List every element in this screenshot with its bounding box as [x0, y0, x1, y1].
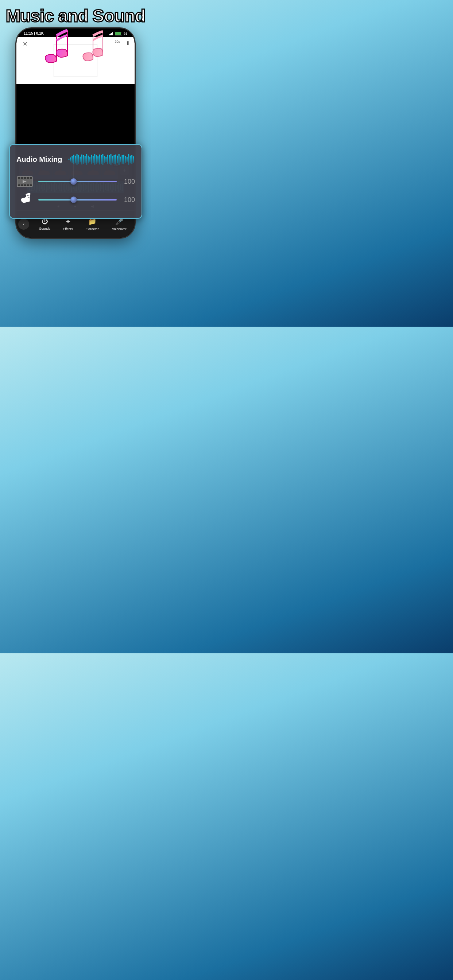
svg-rect-107: [128, 154, 129, 165]
svg-rect-93: [105, 157, 107, 162]
svg-rect-90: [100, 155, 102, 164]
effects-nav-item[interactable]: ✦ Effects: [63, 218, 73, 231]
video-volume-slider[interactable]: [38, 181, 117, 182]
music-icon: [16, 193, 33, 206]
video-volume-value: 100: [122, 178, 135, 186]
sounds-label: Sounds: [39, 227, 50, 231]
battery-level: 91: [124, 32, 127, 35]
audio-panel-header: Audio Mixing: [16, 151, 135, 168]
svg-rect-75: [76, 154, 77, 165]
sounds-icon: ⏻: [41, 218, 48, 225]
music-volume-slider[interactable]: [38, 199, 117, 200]
svg-rect-70: [68, 159, 69, 161]
svg-rect-115: [27, 177, 29, 179]
extracted-nav-item[interactable]: 📁 Extracted: [85, 218, 99, 231]
video-icon: [16, 175, 33, 188]
svg-rect-73: [73, 155, 74, 164]
svg-rect-71: [70, 158, 71, 162]
voiceover-icon: 🎤: [115, 218, 123, 226]
svg-rect-117: [18, 185, 20, 186]
svg-rect-116: [30, 177, 32, 179]
sounds-nav-item[interactable]: ⏻ Sounds: [39, 218, 50, 231]
svg-rect-104: [123, 155, 124, 164]
svg-rect-91: [102, 154, 103, 165]
svg-rect-78: [81, 154, 82, 164]
svg-rect-77: [80, 157, 81, 162]
battery-icon: [115, 32, 122, 35]
music-volume-value: 100: [122, 196, 135, 204]
voiceover-nav-item[interactable]: 🎤 Voiceover: [112, 218, 126, 231]
nav-back-button[interactable]: ‹: [18, 219, 29, 230]
svg-rect-92: [104, 156, 105, 163]
svg-rect-105: [125, 156, 126, 163]
svg-rect-82: [88, 156, 89, 163]
svg-rect-79: [83, 155, 84, 164]
svg-rect-108: [129, 156, 131, 163]
svg-rect-74: [75, 156, 76, 163]
svg-rect-76: [78, 155, 79, 164]
svg-rect-97: [112, 156, 113, 162]
svg-rect-109: [131, 155, 132, 164]
svg-rect-113: [21, 177, 23, 179]
extracted-label: Extracted: [85, 227, 99, 231]
svg-rect-110: [133, 156, 134, 162]
svg-rect-87: [96, 155, 97, 164]
svg-rect-96: [110, 154, 111, 165]
svg-rect-121: [30, 185, 32, 186]
svg-rect-102: [120, 157, 121, 162]
svg-rect-100: [117, 156, 118, 163]
svg-rect-118: [21, 185, 23, 186]
svg-rect-81: [86, 154, 87, 165]
svg-rect-80: [84, 156, 85, 162]
title-area: Music and Sound: [0, 0, 151, 26]
svg-rect-85: [92, 156, 93, 163]
video-counter: 20s: [115, 40, 120, 43]
svg-rect-89: [99, 154, 100, 164]
main-title: Music and Sound: [0, 6, 151, 26]
svg-rect-84: [91, 155, 92, 164]
music-notes-decoration: [33, 25, 113, 83]
svg-rect-83: [89, 157, 91, 162]
svg-rect-95: [109, 155, 110, 164]
audio-panel-title: Audio Mixing: [16, 155, 62, 164]
waveform-display: [68, 151, 135, 168]
close-button[interactable]: ✕: [21, 40, 29, 48]
effects-label: Effects: [63, 227, 73, 231]
svg-rect-106: [126, 157, 127, 162]
svg-rect-114: [24, 177, 26, 179]
svg-rect-120: [27, 185, 29, 186]
svg-rect-88: [97, 156, 99, 162]
extracted-icon: 📁: [88, 218, 96, 226]
effects-icon: ✦: [65, 218, 71, 226]
svg-rect-86: [94, 154, 95, 165]
svg-rect-112: [18, 177, 20, 179]
svg-rect-119: [24, 185, 26, 186]
video-controls: ✕: [21, 40, 29, 48]
upload-button[interactable]: ⬆: [126, 40, 130, 47]
svg-rect-103: [121, 155, 123, 164]
svg-rect-99: [115, 154, 116, 164]
svg-rect-94: [107, 155, 108, 164]
svg-rect-101: [118, 154, 119, 165]
svg-rect-98: [113, 155, 115, 164]
video-volume-row: 100: [16, 175, 135, 188]
voiceover-label: Voiceover: [112, 227, 126, 231]
svg-rect-72: [72, 156, 73, 162]
music-volume-row: 100: [16, 193, 135, 206]
nav-items: ⏻ Sounds ✦ Effects 📁 Extracted 🎤 Voiceov…: [33, 218, 133, 231]
audio-mixing-panel: Audio Mixing: [9, 144, 142, 219]
